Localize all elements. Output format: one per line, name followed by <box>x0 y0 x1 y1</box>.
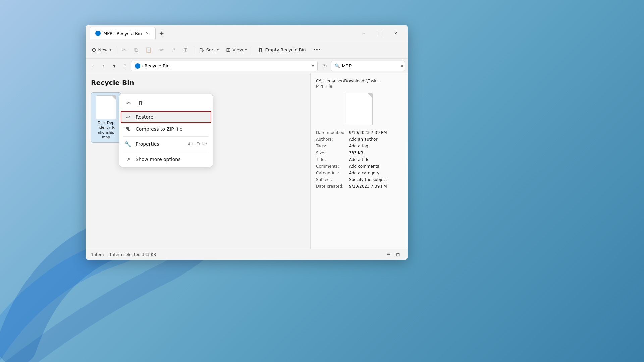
detail-title-label: Title: <box>316 157 346 162</box>
detail-comments: Comments: Add comments <box>316 164 402 169</box>
detail-authors-label: Authors: <box>316 137 346 142</box>
toolbar-separator-1 <box>117 46 117 54</box>
grid-view-button[interactable]: ⊞ <box>394 251 402 259</box>
refresh-button[interactable]: ↻ <box>320 61 330 71</box>
share-icon: ↗ <box>171 47 176 53</box>
details-table: Date modified: 9/10/2023 7:39 PM Authors… <box>316 130 402 189</box>
ctx-separator-1 <box>123 136 209 137</box>
sort-chevron-icon: ▾ <box>217 48 219 52</box>
ctx-properties-shortcut: Alt+Enter <box>187 142 207 146</box>
new-icon: ⊕ <box>92 47 96 53</box>
tab-label: MPP - Recycle Bin <box>103 31 142 36</box>
paste-button: 📋 <box>142 44 155 56</box>
address-breadcrumb: › Recycle Bin <box>135 63 310 69</box>
ctx-delete-button[interactable]: 🗑 <box>136 97 146 108</box>
forward-button[interactable]: › <box>99 61 108 71</box>
context-menu: ✂ 🗑 ↩ Restore 🗜 Compress to ZIP file <box>119 94 213 167</box>
new-label: New <box>98 47 107 52</box>
file-item[interactable]: Task-Dep ndency-R ationship mpp <box>91 92 121 143</box>
ctx-compress-item[interactable]: 🗜 Compress to ZIP file <box>121 123 211 135</box>
detail-subject-value: Specify the subject <box>349 177 402 182</box>
detail-categories-value: Add a category <box>349 171 402 175</box>
copy-button: ⧉ <box>131 44 141 56</box>
details-path: C:\Users\user\Downloads\Task... <box>316 79 402 83</box>
toolbar: ⊕ New ▾ ✂ ⧉ 📋 ✏ ↗ 🗑 ⇅ Sort ▾ ⊞ <box>86 41 408 59</box>
new-button[interactable]: ⊕ New ▾ <box>88 44 115 56</box>
status-view-controls: ☰ ⊞ <box>385 251 402 259</box>
copy-icon: ⧉ <box>134 47 138 53</box>
details-filetype: MPP File <box>316 84 402 89</box>
details-panel: C:\Users\user\Downloads\Task... MPP File… <box>310 73 408 249</box>
address-separator: › <box>142 64 143 68</box>
search-input[interactable] <box>342 63 398 68</box>
new-chevron-icon: ▾ <box>110 48 111 52</box>
more-options-button[interactable]: ••• <box>310 44 324 56</box>
view-button[interactable]: ⊞ View ▾ <box>223 44 250 56</box>
active-tab[interactable]: MPP - Recycle Bin ✕ <box>90 27 156 39</box>
rename-icon: ✏ <box>159 47 164 53</box>
detail-authors: Authors: Add an author <box>316 137 402 142</box>
ctx-more-options-item[interactable]: ↗ Show more options <box>121 153 211 165</box>
ctx-properties-label: Properties <box>136 141 159 147</box>
view-chevron-icon: ▾ <box>245 48 247 52</box>
paste-icon: 📋 <box>145 47 152 53</box>
tab-area: MPP - Recycle Bin ✕ + <box>90 25 356 41</box>
detail-size-value: 333 KB <box>349 150 402 155</box>
ctx-compress-icon: 🗜 <box>125 126 131 132</box>
toolbar-separator-2 <box>194 46 194 54</box>
sort-button[interactable]: ⇅ Sort ▾ <box>196 44 222 56</box>
detail-title: Title: Add a title <box>316 157 402 162</box>
address-expand-icon[interactable]: ▾ <box>312 64 314 68</box>
detail-date-created-value: 9/10/2023 7:39 PM <box>349 184 402 189</box>
detail-authors-value: Add an author <box>349 137 402 142</box>
ctx-restore-item[interactable]: ↩ Restore <box>121 111 211 123</box>
search-clear-button[interactable]: ✕ <box>400 64 404 68</box>
sort-icon: ⇅ <box>200 47 204 53</box>
detail-subject-label: Subject: <box>316 177 346 182</box>
detail-title-value: Add a title <box>349 157 402 162</box>
empty-recycle-bin-icon: 🗑 <box>258 47 263 53</box>
detail-comments-label: Comments: <box>316 164 346 169</box>
content-area: Recycle Bin Task-Dep ndency-R ationship … <box>86 73 408 249</box>
minimize-button[interactable]: ─ <box>356 28 371 39</box>
search-icon: 🔍 <box>335 63 340 68</box>
up-directory-button[interactable]: ↑ <box>120 61 130 71</box>
detail-tags-value: Add a tag <box>349 144 402 148</box>
detail-size-label: Size: <box>316 150 346 155</box>
selected-info: 1 item selected 333 KB <box>109 252 156 257</box>
file-thumbnail <box>96 95 116 119</box>
history-dropdown-button[interactable]: ▾ <box>110 61 119 71</box>
ctx-more-options-label: Show more options <box>136 157 181 162</box>
empty-recycle-bin-label: Empty Recycle Bin <box>265 47 306 52</box>
ctx-cut-icon: ✂ <box>126 100 131 106</box>
close-button[interactable]: ✕ <box>388 28 404 39</box>
new-tab-button[interactable]: + <box>157 28 166 38</box>
ctx-cut-button[interactable]: ✂ <box>123 97 134 108</box>
tab-close-button[interactable]: ✕ <box>145 31 150 36</box>
detail-categories-label: Categories: <box>316 171 346 175</box>
empty-recycle-bin-button[interactable]: 🗑 Empty Recycle Bin <box>254 44 309 56</box>
item-count: 1 item <box>91 252 104 257</box>
detail-tags-label: Tags: <box>316 144 346 148</box>
list-view-button[interactable]: ☰ <box>385 251 393 259</box>
maximize-button[interactable]: □ <box>372 28 387 39</box>
search-box[interactable]: 🔍 ✕ <box>331 61 405 71</box>
detail-categories: Categories: Add a category <box>316 171 402 175</box>
ctx-restore-label: Restore <box>136 114 153 120</box>
ctx-more-options-icon: ↗ <box>125 156 131 163</box>
ctx-compress-label: Compress to ZIP file <box>136 126 182 132</box>
address-input[interactable]: › Recycle Bin ▾ <box>131 61 318 71</box>
delete-icon: 🗑 <box>183 47 189 53</box>
ctx-properties-icon: 🔧 <box>125 141 131 147</box>
location-header: Recycle Bin <box>91 79 305 87</box>
cut-button: ✂ <box>119 44 130 56</box>
detail-date-created: Date created: 9/10/2023 7:39 PM <box>316 184 402 189</box>
toolbar-separator-3 <box>252 46 252 54</box>
share-button: ↗ <box>168 44 179 56</box>
ctx-properties-item[interactable]: 🔧 Properties Alt+Enter <box>121 138 211 150</box>
detail-date-modified: Date modified: 9/10/2023 7:39 PM <box>316 130 402 135</box>
file-explorer-window: MPP - Recycle Bin ✕ + ─ □ ✕ ⊕ New ▾ ✂ ⧉ … <box>86 25 408 260</box>
recycle-bin-address-icon <box>135 63 140 69</box>
delete-button: 🗑 <box>180 44 192 56</box>
tab-icon <box>95 31 101 36</box>
